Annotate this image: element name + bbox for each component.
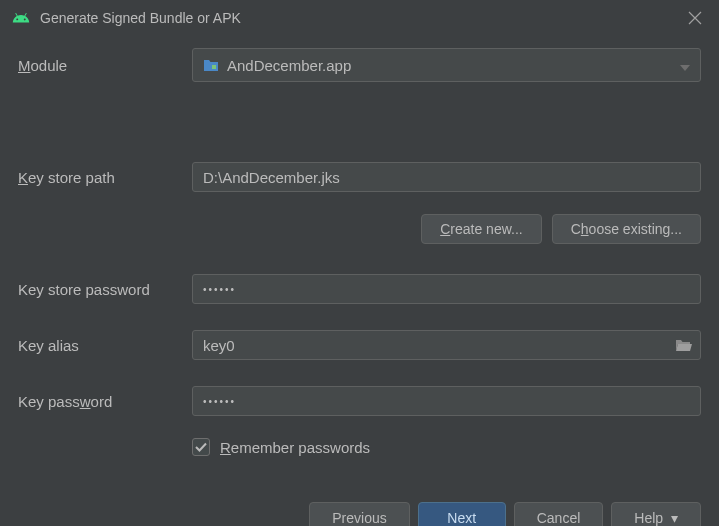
create-new-button[interactable]: Create new... <box>421 214 542 244</box>
module-label: Module <box>18 57 192 74</box>
key-alias-label: Key alias <box>18 337 192 354</box>
svg-rect-0 <box>212 65 216 69</box>
dialog-footer: Previous Next Cancel Help ▾ <box>0 494 719 526</box>
key-alias-input[interactable] <box>192 330 701 360</box>
keystore-path-label: Key store path <box>18 169 192 186</box>
dialog-content: Module AndDecember.app <box>0 36 719 456</box>
next-button[interactable]: Next <box>418 502 506 526</box>
chevron-down-icon: ▾ <box>671 510 678 526</box>
dialog-title: Generate Signed Bundle or APK <box>40 10 683 26</box>
remember-passwords-label: Remember passwords <box>220 439 370 456</box>
choose-existing-button[interactable]: Choose existing... <box>552 214 701 244</box>
chevron-down-icon <box>680 57 690 74</box>
keystore-password-input[interactable] <box>192 274 701 304</box>
cancel-button[interactable]: Cancel <box>514 502 604 526</box>
module-folder-icon <box>203 58 219 72</box>
keystore-password-label: Key store password <box>18 281 192 298</box>
remember-passwords-checkbox[interactable] <box>192 438 210 456</box>
module-dropdown[interactable]: AndDecember.app <box>192 48 701 82</box>
help-button[interactable]: Help ▾ <box>611 502 701 526</box>
android-icon <box>12 9 30 27</box>
keystore-path-input[interactable] <box>192 162 701 192</box>
key-password-label: Key password <box>18 393 192 410</box>
folder-open-icon[interactable] <box>675 338 693 352</box>
key-password-input[interactable] <box>192 386 701 416</box>
previous-button[interactable]: Previous <box>309 502 409 526</box>
close-icon[interactable] <box>683 6 707 30</box>
module-value: AndDecember.app <box>227 57 351 74</box>
titlebar: Generate Signed Bundle or APK <box>0 0 719 36</box>
